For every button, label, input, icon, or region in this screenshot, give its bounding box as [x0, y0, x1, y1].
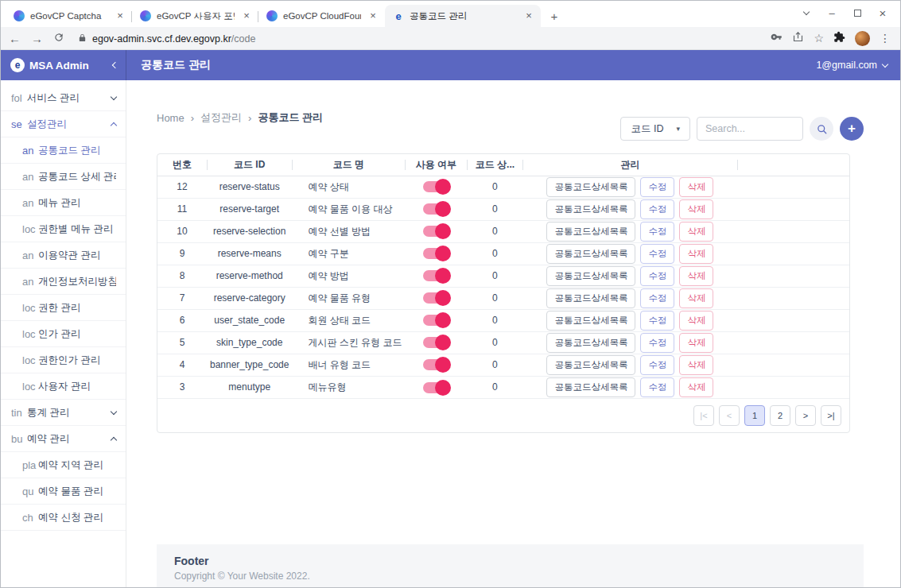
- edit-button[interactable]: 수정: [640, 266, 674, 286]
- sidebar-item-link[interactable]: an메뉴 관리: [1, 190, 126, 216]
- extensions-icon[interactable]: [833, 31, 845, 46]
- detail-list-button[interactable]: 공통코드상세목록: [546, 377, 635, 397]
- use-toggle[interactable]: [423, 181, 449, 192]
- delete-button[interactable]: 삭제: [679, 177, 713, 197]
- browser-tab[interactable]: e공통코드 관리×: [385, 5, 541, 27]
- filter-selected-value: 코드 ID: [631, 122, 663, 136]
- delete-button[interactable]: 삭제: [679, 377, 713, 397]
- add-button[interactable]: +: [840, 117, 864, 141]
- cell-code-id: reserve-category: [207, 287, 292, 309]
- edit-button[interactable]: 수정: [640, 311, 674, 331]
- sidebar-item-link[interactable]: an이용약관 관리: [1, 242, 126, 269]
- sidebar-item-group[interactable]: bu예약 관리: [1, 426, 126, 452]
- edit-button[interactable]: 수정: [640, 333, 674, 353]
- back-icon[interactable]: ←: [9, 33, 21, 44]
- sidebar-item-link[interactable]: loc사용자 관리: [1, 373, 126, 400]
- sidebar-item-link[interactable]: ch예약 신청 관리: [1, 505, 126, 531]
- delete-button[interactable]: 삭제: [679, 244, 713, 264]
- cell-actions: 공통코드상세목록수정삭제: [522, 265, 737, 287]
- sidebar-item-link[interactable]: an공통코드 상세 관리: [1, 164, 126, 190]
- breadcrumb-home[interactable]: Home: [157, 112, 184, 124]
- forward-icon[interactable]: →: [31, 33, 43, 44]
- edit-button[interactable]: 수정: [640, 199, 674, 219]
- minimize-icon[interactable]: –: [819, 2, 845, 24]
- search-button[interactable]: [810, 117, 833, 141]
- menu-icon[interactable]: ⋮: [880, 32, 891, 44]
- edit-button[interactable]: 수정: [640, 177, 674, 197]
- user-menu[interactable]: 1@gmail.com: [816, 50, 900, 80]
- edit-button[interactable]: 수정: [640, 355, 674, 375]
- delete-button[interactable]: 삭제: [679, 288, 713, 308]
- maximize-icon[interactable]: [845, 2, 870, 24]
- edit-button[interactable]: 수정: [640, 244, 674, 264]
- filter-select[interactable]: 코드 ID ▾: [620, 117, 690, 141]
- sidebar-item-group[interactable]: tin통계 관리: [1, 400, 126, 426]
- use-toggle[interactable]: [423, 292, 449, 304]
- page-page-button[interactable]: 1: [744, 405, 765, 426]
- sidebar-item-link[interactable]: an공통코드 관리: [1, 137, 126, 164]
- sidebar-item-link[interactable]: pla예약 지역 관리: [1, 452, 126, 478]
- tab-close-icon[interactable]: ×: [522, 10, 535, 22]
- sidebar-collapse-icon[interactable]: [112, 62, 118, 68]
- close-icon[interactable]: ×: [870, 2, 895, 24]
- use-toggle[interactable]: [423, 337, 449, 348]
- delete-button[interactable]: 삭제: [679, 266, 713, 286]
- browser-tab[interactable]: eGovCP Captcha×: [6, 5, 132, 27]
- table-row: 7reserve-category예약 물품 유형0공통코드상세목록수정삭제: [157, 287, 849, 309]
- sidebar-item-group[interactable]: se설정관리: [1, 111, 126, 137]
- delete-button[interactable]: 삭제: [679, 333, 713, 353]
- page-next-button[interactable]: >: [795, 405, 816, 426]
- sidebar-item-link[interactable]: loc권한인가 관리: [1, 347, 126, 373]
- use-toggle[interactable]: [423, 315, 449, 326]
- sidebar-item-link[interactable]: an개인정보처리방침 관: [1, 269, 126, 295]
- edit-button[interactable]: 수정: [640, 288, 674, 308]
- cell-spare: [737, 287, 849, 309]
- use-toggle[interactable]: [423, 270, 449, 281]
- edit-button[interactable]: 수정: [640, 377, 674, 397]
- use-toggle[interactable]: [423, 382, 449, 393]
- use-toggle[interactable]: [423, 226, 449, 237]
- sidebar-item-label: 예약 물품 관리: [38, 485, 103, 498]
- use-toggle[interactable]: [423, 203, 449, 215]
- page-last-button[interactable]: >|: [821, 405, 841, 426]
- star-icon[interactable]: ☆: [814, 32, 824, 44]
- an-icon: an: [22, 197, 38, 209]
- sidebar-item-link[interactable]: loc권한별 메뉴 관리: [1, 216, 126, 242]
- browser-tab[interactable]: eGovCP 사용자 포털×: [132, 5, 258, 27]
- share-icon[interactable]: [792, 31, 804, 46]
- use-toggle[interactable]: [423, 248, 449, 259]
- reload-icon[interactable]: [53, 32, 64, 44]
- breadcrumb-settings[interactable]: 설정관리: [200, 110, 242, 125]
- detail-list-button[interactable]: 공통코드상세목록: [546, 266, 635, 286]
- browser-tab[interactable]: eGovCP CloudFoundry×: [258, 5, 385, 27]
- tab-close-icon[interactable]: ×: [114, 10, 126, 22]
- sidebar-item-group[interactable]: fol서비스 관리: [1, 85, 126, 111]
- detail-list-button[interactable]: 공통코드상세목록: [546, 222, 635, 242]
- sidebar-item-link[interactable]: loc인가 관리: [1, 321, 126, 347]
- profile-avatar[interactable]: [855, 31, 870, 46]
- chevron-down-icon[interactable]: [794, 2, 819, 24]
- page-page-button[interactable]: 2: [770, 405, 790, 426]
- use-toggle[interactable]: [423, 359, 449, 370]
- new-tab-button[interactable]: +: [544, 6, 565, 26]
- delete-button[interactable]: 삭제: [679, 199, 713, 219]
- edit-button[interactable]: 수정: [640, 222, 674, 242]
- delete-button[interactable]: 삭제: [679, 311, 713, 331]
- detail-list-button[interactable]: 공통코드상세목록: [546, 311, 635, 331]
- tab-close-icon[interactable]: ×: [240, 10, 253, 22]
- detail-list-button[interactable]: 공통코드상세목록: [546, 333, 635, 353]
- tab-close-icon[interactable]: ×: [367, 10, 379, 22]
- key-icon[interactable]: [771, 31, 783, 46]
- detail-list-button[interactable]: 공통코드상세목록: [546, 288, 635, 308]
- search-input[interactable]: [697, 117, 803, 141]
- sidebar-item-link[interactable]: qu예약 물품 관리: [1, 478, 126, 505]
- detail-list-button[interactable]: 공통코드상세목록: [546, 244, 635, 264]
- delete-button[interactable]: 삭제: [679, 355, 713, 375]
- delete-button[interactable]: 삭제: [679, 222, 713, 242]
- detail-list-button[interactable]: 공통코드상세목록: [546, 199, 635, 219]
- brand: e MSA Admin: [1, 50, 126, 80]
- address-bar[interactable]: egov-admin.svc.cf.dev.egovp.kr/code: [75, 31, 760, 45]
- sidebar-item-link[interactable]: loc권한 관리: [1, 295, 126, 321]
- detail-list-button[interactable]: 공통코드상세목록: [546, 177, 635, 197]
- detail-list-button[interactable]: 공통코드상세목록: [546, 355, 635, 375]
